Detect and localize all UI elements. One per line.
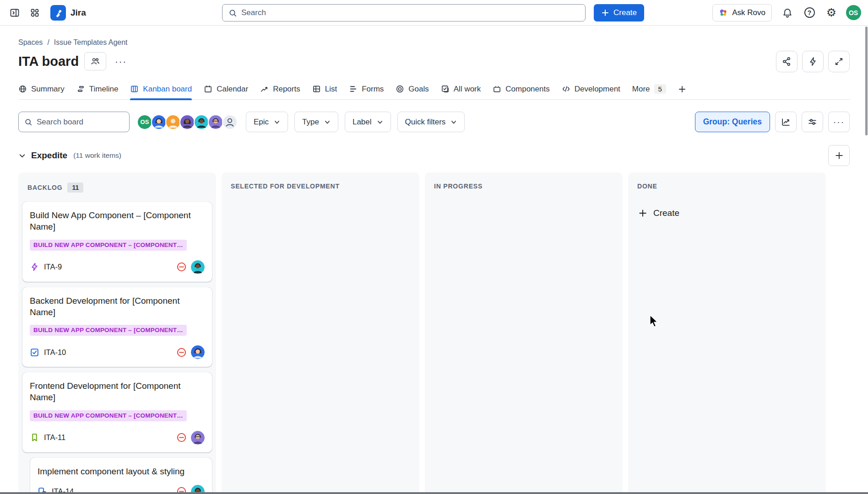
search-icon: [24, 118, 33, 126]
avatar-filter-member-6[interactable]: [208, 114, 223, 130]
ellipsis-icon: ···: [115, 56, 127, 67]
plus-icon: [601, 9, 609, 17]
kanban-icon: [130, 85, 139, 93]
global-search-input[interactable]: [241, 8, 579, 17]
swimlane-title[interactable]: Expedite: [31, 150, 67, 161]
breadcrumb: Spaces / Issue Templates Agent: [18, 38, 850, 47]
restricted-icon: [176, 432, 187, 443]
board-search[interactable]: [18, 112, 130, 132]
task-type-icon: [30, 348, 39, 357]
check-square-icon: [441, 85, 450, 93]
create-button[interactable]: Create: [594, 4, 644, 21]
tab-timeline[interactable]: Timeline: [76, 79, 119, 100]
avatar-filter-os[interactable]: OS: [137, 114, 152, 130]
card-title: Backend Development for [Component Name]: [30, 295, 205, 318]
column-backlog: BACKLOG 11 Build New App Component – [Co…: [18, 172, 216, 494]
tab-all-work[interactable]: All work: [441, 79, 481, 100]
group-by-button[interactable]: Group: Queries: [695, 112, 770, 132]
global-search[interactable]: [222, 4, 586, 21]
avatar-filter-unassigned[interactable]: [222, 114, 238, 130]
ask-rovo-button[interactable]: Ask Rovo: [712, 4, 772, 21]
avatar-filter-member-4[interactable]: [179, 114, 195, 130]
board-more-button[interactable]: ···: [112, 52, 130, 70]
search-icon: [228, 9, 237, 17]
story-type-icon: [30, 433, 39, 442]
calendar-icon: [204, 85, 212, 93]
collapse-swimlane-button[interactable]: [18, 152, 26, 160]
tab-kanban-board[interactable]: Kanban board: [130, 79, 192, 100]
app-switcher-button[interactable]: [26, 4, 44, 22]
chevron-down-icon: [324, 119, 331, 125]
board-search-input[interactable]: [37, 118, 124, 127]
help-icon: ?: [804, 7, 815, 18]
sliders-icon: [808, 117, 817, 127]
tab-summary[interactable]: Summary: [18, 79, 65, 100]
tab-development[interactable]: Development: [562, 79, 620, 100]
epic-label-pill: BUILD NEW APP COMPONENT – [COMPONENT…: [30, 325, 187, 336]
tab-components[interactable]: Components: [493, 79, 549, 100]
card-ita-11[interactable]: Frontend Development for [Component Name…: [22, 372, 212, 452]
column-in-progress: IN PROGRESS: [425, 172, 623, 494]
restricted-icon: [176, 262, 187, 272]
vertical-scrollbar[interactable]: [865, 27, 868, 135]
board-tabs: Summary Timeline Kanban board Calendar R…: [18, 79, 850, 100]
issue-key: ITA-11: [44, 433, 65, 442]
plus-icon: [638, 209, 647, 218]
window-bottom-edge: [0, 492, 868, 494]
page-title: ITA board: [18, 54, 79, 69]
tab-goals[interactable]: Goals: [396, 79, 429, 100]
issue-key: ITA-9: [44, 263, 62, 271]
card-ita-9[interactable]: Build New App Component – [Component Nam…: [22, 202, 212, 282]
tab-calendar[interactable]: Calendar: [204, 79, 248, 100]
card-title: Build New App Component – [Component Nam…: [30, 209, 205, 233]
column-header: DONE: [628, 172, 826, 196]
board-members-button[interactable]: [84, 52, 106, 70]
automation-button[interactable]: [802, 51, 824, 72]
epic-label-pill: BUILD NEW APP COMPONENT – [COMPONENT…: [30, 240, 187, 251]
assignee-avatar[interactable]: [191, 431, 205, 445]
insights-icon: [781, 117, 791, 127]
fullscreen-button[interactable]: [828, 51, 850, 72]
notifications-button[interactable]: [778, 4, 797, 22]
chart-icon: [260, 85, 269, 93]
table-icon: [312, 85, 321, 93]
tab-forms[interactable]: Forms: [349, 79, 384, 100]
rovo-icon: [719, 8, 728, 17]
label-filter-dropdown[interactable]: Label: [345, 112, 391, 132]
quick-filters-dropdown[interactable]: Quick filters: [397, 112, 465, 132]
card-ita-14[interactable]: Implement component layout & styling ITA…: [30, 458, 212, 494]
card-ita-10[interactable]: Backend Development for [Component Name]…: [22, 287, 212, 367]
app-name: Jira: [71, 8, 86, 18]
tab-reports[interactable]: Reports: [260, 79, 300, 100]
breadcrumb-project[interactable]: Issue Templates Agent: [54, 38, 128, 47]
tab-list[interactable]: List: [312, 79, 337, 100]
avatar-filter-member-2[interactable]: [151, 114, 167, 130]
share-icon: [781, 56, 792, 67]
column-create-button[interactable]: Create: [638, 208, 679, 218]
jira-logo-icon: [50, 5, 66, 21]
profile-button[interactable]: OS: [844, 4, 863, 22]
epic-label-pill: BUILD NEW APP COMPONENT – [COMPONENT…: [30, 410, 187, 421]
add-column-button[interactable]: [828, 145, 850, 166]
avatar-filter-member-3[interactable]: [165, 114, 181, 130]
kanban-board: BACKLOG 11 Build New App Component – [Co…: [18, 172, 850, 494]
add-tab-button[interactable]: [678, 79, 686, 100]
epic-filter-dropdown[interactable]: Epic: [246, 112, 288, 132]
sidebar-toggle-button[interactable]: [5, 4, 24, 22]
assignee-avatar[interactable]: [191, 260, 205, 274]
help-button[interactable]: ?: [800, 4, 819, 22]
tab-more[interactable]: More 5: [632, 79, 666, 100]
plus-icon: [835, 151, 844, 160]
breadcrumb-spaces[interactable]: Spaces: [18, 38, 43, 47]
view-settings-button[interactable]: [802, 112, 823, 132]
share-button[interactable]: [776, 51, 797, 72]
assignee-avatar[interactable]: [191, 345, 205, 359]
column-header: IN PROGRESS: [425, 172, 623, 196]
settings-button[interactable]: ⚙: [822, 4, 841, 22]
insights-button[interactable]: [775, 112, 797, 132]
type-filter-dropdown[interactable]: Type: [294, 112, 338, 132]
filter-more-button[interactable]: ···: [828, 112, 850, 132]
avatar-filter-member-5[interactable]: [194, 114, 209, 130]
jira-brand[interactable]: Jira: [46, 5, 91, 21]
column-name: IN PROGRESS: [434, 183, 483, 190]
